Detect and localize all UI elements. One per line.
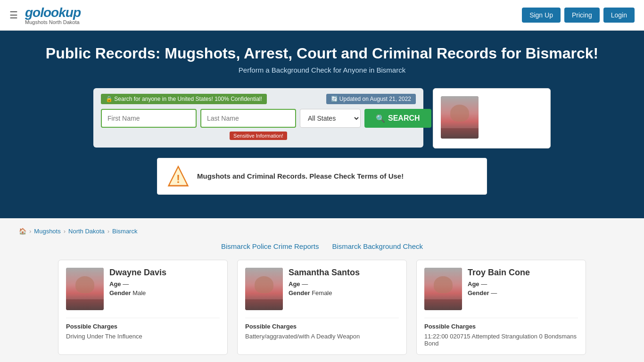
breadcrumb-north-dakota[interactable]: North Dakota	[68, 228, 105, 235]
gender-value: Male	[517, 131, 530, 138]
troy-charges-label: Possible Charges	[424, 323, 578, 330]
page-title: Public Records: Mugshots, Arrest, Court …	[9, 45, 635, 62]
updated-badge: 🔄 Updated on August 21, 2022	[326, 94, 416, 104]
troy-gender-row: Gender —	[468, 289, 530, 296]
header-left: ☰ golookup Mugshots North Dakota	[9, 5, 81, 25]
profile-preview-card: First Name Dwayne Last Name Davis Age — …	[433, 88, 551, 148]
samantha-age-value: —	[302, 280, 308, 288]
home-icon[interactable]: 🏠	[19, 228, 26, 235]
profile-info: First Name Dwayne Last Name Davis Age — …	[484, 96, 540, 140]
lastname-label: Last Name	[488, 109, 520, 116]
samantha-charges-label: Possible Charges	[245, 323, 399, 330]
profile-gender-row: Gender Male	[484, 129, 540, 140]
profile-lastname-row: Last Name Davis	[484, 107, 540, 118]
state-select[interactable]: All States Alabama Alaska Arizona North …	[300, 109, 361, 128]
header-buttons: Sign Up Pricing Login	[522, 8, 635, 23]
persons-grid: Dwayne Davis Age — Gender Male Possible …	[19, 260, 625, 355]
person-card-samantha: Samantha Santos Age — Gender Female Poss…	[237, 260, 407, 355]
firstname-label: First Name	[484, 98, 518, 105]
breadcrumb-mugshots[interactable]: Mugshots	[34, 228, 60, 235]
samantha-age-label: Age	[289, 280, 300, 288]
troy-age-row: Age —	[468, 280, 530, 288]
troy-age-label: Age	[468, 280, 479, 288]
search-label: SEARCH	[388, 114, 420, 123]
samantha-age-row: Age —	[289, 280, 360, 288]
troy-gender-value: —	[491, 289, 497, 296]
sensitive-badge: Sensitive Information!	[230, 132, 287, 140]
breadcrumb-bismarck[interactable]: Bismarck	[112, 228, 137, 235]
search-topbar: 🔒 Search for anyone in the United States…	[101, 94, 416, 104]
dwayne-charges: Possible Charges Driving Under The Influ…	[66, 318, 220, 340]
person-card-top: Dwayne Davis Age — Gender Male	[66, 268, 220, 310]
svg-text:!: !	[176, 173, 180, 185]
logo-area: golookup Mugshots North Dakota	[25, 5, 81, 25]
firstname-value: Dwayne	[518, 98, 540, 105]
logo-subtitle: Mugshots North Dakota	[25, 19, 81, 25]
dwayne-info: Dwayne Davis Age — Gender Male	[109, 268, 166, 298]
dwayne-name: Dwayne Davis	[109, 268, 166, 278]
profile-card-inner: First Name Dwayne Last Name Davis Age — …	[441, 96, 543, 140]
breadcrumb-sep1: ›	[29, 228, 31, 235]
troy-photo	[424, 268, 462, 310]
troy-info: Troy Bain Cone Age — Gender —	[468, 268, 530, 298]
search-fields: All States Alabama Alaska Arizona North …	[101, 109, 416, 128]
samantha-name: Samantha Santos	[289, 268, 360, 278]
dwayne-age-label: Age	[109, 280, 121, 288]
samantha-gender-row: Gender Female	[289, 289, 360, 296]
age-value: —	[515, 120, 521, 127]
page-links-row: Bismarck Police Crime Reports Bismarck B…	[19, 242, 625, 250]
profile-firstname-row: First Name Dwayne	[484, 96, 540, 107]
dwayne-charges-text: Driving Under The Influence	[66, 333, 220, 340]
gender-label: Gender	[494, 131, 515, 138]
dwayne-charges-label: Possible Charges	[66, 323, 220, 330]
warning-icon: !	[167, 165, 190, 188]
dwayne-age-row: Age —	[109, 280, 166, 288]
breadcrumb-sep3: ›	[107, 228, 109, 235]
samantha-photo	[245, 268, 283, 310]
dwayne-gender-row: Gender Male	[109, 289, 166, 296]
signup-button[interactable]: Sign Up	[522, 8, 561, 23]
login-button[interactable]: Login	[603, 8, 635, 23]
lastname-value: Davis	[520, 109, 536, 116]
samantha-charges: Possible Charges Battery/aggravated/with…	[245, 318, 399, 340]
troy-charges-text: 11:22:00 020715 Attempted Strangulation …	[424, 333, 578, 347]
hamburger-menu[interactable]: ☰	[9, 9, 18, 21]
confidential-badge: 🔒 Search for anyone in the United States…	[101, 94, 267, 104]
first-name-input[interactable]	[101, 109, 197, 128]
person-card-top-troy: Troy Bain Cone Age — Gender —	[424, 268, 578, 310]
samantha-gender-label: Gender	[289, 289, 310, 296]
police-crime-reports-link[interactable]: Bismarck Police Crime Reports	[221, 242, 319, 250]
hero-section: Public Records: Mugshots, Arrest, Court …	[0, 31, 644, 218]
samantha-charges-text: Battery/aggravated/with A Deadly Weapon	[245, 333, 399, 340]
hero-subtitle: Perform a Background Check for Anyone in…	[9, 66, 635, 74]
search-container: 🔒 Search for anyone in the United States…	[9, 83, 635, 158]
profile-age-row: Age —	[484, 118, 540, 129]
warning-bar: ! Mugshots and Criminal Records. Please …	[157, 158, 487, 195]
troy-age-value: —	[481, 280, 487, 288]
background-check-link[interactable]: Bismarck Background Check	[332, 242, 423, 250]
troy-charges: Possible Charges 11:22:00 020715 Attempt…	[424, 318, 578, 347]
pricing-button[interactable]: Pricing	[564, 8, 600, 23]
profile-photo	[441, 96, 479, 139]
dwayne-gender-label: Gender	[109, 289, 131, 296]
breadcrumb: 🏠 › Mugshots › North Dakota › Bismarck	[19, 228, 625, 235]
samantha-gender-value: Female	[312, 289, 332, 296]
troy-name: Troy Bain Cone	[468, 268, 530, 278]
search-box: 🔒 Search for anyone in the United States…	[93, 88, 423, 148]
person-card-troy: Troy Bain Cone Age — Gender — Possible C…	[416, 260, 586, 355]
person-card-top-samantha: Samantha Santos Age — Gender Female	[245, 268, 399, 310]
samantha-info: Samantha Santos Age — Gender Female	[289, 268, 360, 298]
breadcrumb-sep2: ›	[64, 228, 66, 235]
search-icon: 🔍	[376, 114, 385, 123]
warning-text: Mugshots and Criminal Records. Please Ch…	[197, 172, 404, 180]
person-card-dwayne: Dwayne Davis Age — Gender Male Possible …	[58, 260, 228, 355]
troy-gender-label: Gender	[468, 289, 489, 296]
content-area: 🏠 › Mugshots › North Dakota › Bismarck B…	[0, 218, 644, 362]
logo: golookup	[25, 5, 81, 20]
last-name-input[interactable]	[200, 109, 296, 128]
dwayne-photo	[66, 268, 104, 310]
search-button[interactable]: 🔍 SEARCH	[364, 109, 431, 128]
dwayne-gender-value: Male	[132, 289, 146, 296]
age-label: Age	[502, 120, 514, 127]
dwayne-age-value: —	[123, 280, 129, 288]
